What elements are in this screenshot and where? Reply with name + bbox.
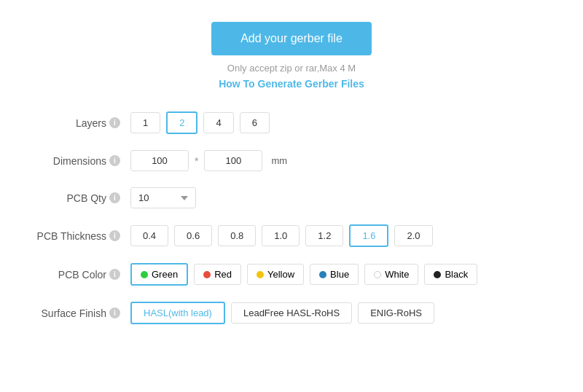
dimension-width-input[interactable] [130, 150, 189, 171]
dimension-separator: * [195, 155, 198, 167]
pcb-thickness-info-icon[interactable]: i [109, 230, 120, 241]
color-option-green[interactable]: Green [130, 263, 188, 286]
color-option-white[interactable]: White [364, 264, 418, 285]
thickness-option-2.0[interactable]: 2.0 [394, 225, 432, 246]
layers-label: Layers i [18, 117, 120, 129]
upload-note: Only accept zip or rar,Max 4 M [227, 63, 356, 74]
thickness-option-1.0[interactable]: 1.0 [262, 225, 300, 246]
thickness-option-1.6[interactable]: 1.6 [349, 224, 388, 247]
surface-finish-controls: HASL(with lead)LeadFree HASL-RoHSENIG-Ro… [130, 302, 434, 324]
dimensions-row: Dimensions i * mm [18, 150, 565, 171]
pcb-qty-row: PCB Qty i 5101520253050100 [18, 187, 565, 208]
pcb-thickness-label: PCB Thickness i [18, 230, 120, 242]
layers-option-6[interactable]: 6 [240, 112, 270, 133]
finish-option-leadfree-hasl-rohs[interactable]: LeadFree HASL-RoHS [231, 302, 352, 324]
color-option-blue[interactable]: Blue [310, 264, 359, 285]
pcb-qty-select[interactable]: 5101520253050100 [130, 187, 196, 208]
thickness-option-1.2[interactable]: 1.2 [305, 225, 343, 246]
color-option-black[interactable]: Black [424, 264, 477, 285]
pcb-color-controls: GreenRedYellowBlueWhiteBlack [130, 263, 477, 286]
form-section: Layers i 1246 Dimensions i * mm PCB Qty … [18, 111, 565, 340]
layers-option-1[interactable]: 1 [130, 112, 160, 133]
dimension-height-input[interactable] [204, 150, 262, 171]
pcb-thickness-controls: 0.40.60.81.01.21.62.0 [130, 224, 433, 247]
thickness-option-0.8[interactable]: 0.8 [218, 225, 256, 246]
pcb-qty-controls: 5101520253050100 [130, 187, 196, 208]
upload-section: Add your gerber file Only accept zip or … [211, 22, 372, 90]
surface-finish-label: Surface Finish i [18, 307, 120, 319]
color-option-red[interactable]: Red [194, 264, 241, 285]
pcb-color-row: PCB Color i GreenRedYellowBlueWhiteBlack [18, 263, 565, 286]
thickness-option-0.4[interactable]: 0.4 [130, 225, 168, 246]
upload-button[interactable]: Add your gerber file [211, 22, 372, 55]
dimensions-label: Dimensions i [18, 155, 120, 167]
surface-finish-info-icon[interactable]: i [109, 307, 120, 318]
layers-option-2[interactable]: 2 [166, 111, 197, 134]
surface-finish-row: Surface Finish i HASL(with lead)LeadFree… [18, 302, 565, 324]
layers-row: Layers i 1246 [18, 111, 565, 134]
dimension-unit: mm [271, 155, 287, 166]
layers-option-4[interactable]: 4 [203, 112, 233, 133]
dimensions-controls: * mm [130, 150, 287, 171]
pcb-thickness-row: PCB Thickness i 0.40.60.81.01.21.62.0 [18, 224, 565, 247]
layers-controls: 1246 [130, 111, 270, 134]
color-option-yellow[interactable]: Yellow [247, 264, 304, 285]
finish-option-hasl(with-lead)[interactable]: HASL(with lead) [130, 302, 225, 324]
pcb-color-info-icon[interactable]: i [109, 269, 120, 280]
pcb-qty-info-icon[interactable]: i [109, 192, 120, 203]
gerber-help-link[interactable]: How To Generate Gerber Files [219, 78, 364, 90]
finish-option-enig-rohs[interactable]: ENIG-RoHS [358, 302, 434, 324]
pcb-color-label: PCB Color i [18, 269, 120, 281]
dimensions-info-icon[interactable]: i [109, 155, 120, 166]
pcb-qty-label: PCB Qty i [18, 192, 120, 204]
layers-info-icon[interactable]: i [109, 117, 120, 128]
thickness-option-0.6[interactable]: 0.6 [174, 225, 212, 246]
